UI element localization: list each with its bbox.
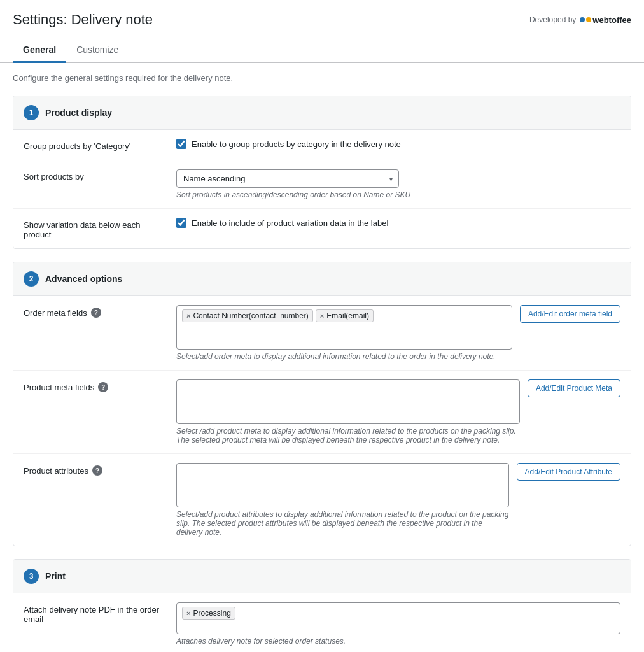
section-title-print: Print (45, 571, 66, 581)
label-attach-pdf: Attach delivery note PDF in the order em… (24, 602, 164, 624)
label-product-attributes: Product attributes ? (24, 463, 164, 476)
setting-order-meta-fields: Order meta fields ? × Contact Number(con… (13, 296, 631, 371)
control-order-meta-fields: × Contact Number(contact_number) × Email… (176, 305, 620, 361)
section-header-print: 3 Print (13, 560, 631, 593)
section-header-advanced-options: 2 Advanced options (13, 262, 631, 296)
webtoffee-logo: webtoffee (580, 15, 631, 25)
order-meta-tag-input[interactable]: × Contact Number(contact_number) × Email… (176, 305, 512, 350)
control-attach-pdf: × Processing Attaches delivery note for … (176, 602, 620, 646)
tag-remove-email[interactable]: × (320, 312, 324, 320)
developed-by-label: Developed by webtoffee (529, 15, 631, 25)
label-product-meta-fields: Product meta fields ? (24, 379, 164, 392)
logo-dot-blue (580, 17, 585, 22)
tag-label-contact-number: Contact Number(contact_number) (193, 311, 308, 320)
setting-group-products: Group products by 'Category' Enable to g… (13, 130, 631, 160)
tag-label-email: Email(email) (326, 311, 369, 320)
product-meta-hint: Select /add product meta to display addi… (176, 427, 520, 444)
section-header-product-display: 1 Product display (13, 96, 631, 130)
main-content: Configure the general settings required … (0, 63, 644, 652)
meta-field-section-attributes: Select/add product attributes to display… (176, 463, 620, 537)
setting-product-meta-fields: Product meta fields ? Select /add produc… (13, 371, 631, 454)
checkbox-label-show-variation: Enable to include of product variation d… (192, 218, 388, 228)
section-number-2: 2 (24, 271, 39, 287)
label-order-meta-fields: Order meta fields ? (24, 305, 164, 318)
label-group-products: Group products by 'Category' (24, 139, 164, 151)
label-show-variation: Show variation data below each product (24, 218, 164, 239)
help-icon-product-attributes[interactable]: ? (92, 465, 102, 476)
product-attributes-tag-input[interactable] (176, 463, 509, 507)
tag-email: × Email(email) (316, 309, 374, 322)
meta-field-section-product: Select /add product meta to display addi… (176, 379, 620, 444)
tab-general[interactable]: General (13, 39, 66, 63)
setting-show-variation: Show variation data below each product E… (13, 209, 631, 248)
tag-remove-contact-number[interactable]: × (186, 312, 190, 320)
product-meta-input-wrapper: Select /add product meta to display addi… (176, 379, 520, 444)
order-meta-input-wrapper: × Contact Number(contact_number) × Email… (176, 305, 512, 361)
meta-field-section-order: × Contact Number(contact_number) × Email… (176, 305, 620, 361)
product-meta-tag-input[interactable] (176, 379, 520, 424)
control-sort-products: Name ascending Name descending SKU ascen… (176, 169, 620, 199)
order-meta-hint: Select/add order meta to display additio… (176, 352, 512, 361)
attach-pdf-hint: Attaches delivery note for selected orde… (176, 637, 620, 646)
attach-pdf-tag-input[interactable]: × Processing (176, 602, 620, 634)
label-sort-products: Sort products by (24, 169, 164, 181)
help-icon-product-meta[interactable]: ? (98, 382, 108, 392)
logo-text: webtoffee (592, 15, 631, 25)
tag-processing: × Processing (182, 607, 235, 620)
tag-label-processing: Processing (193, 609, 230, 618)
control-show-variation: Enable to include of product variation d… (176, 218, 620, 228)
sort-products-select[interactable]: Name ascending Name descending SKU ascen… (176, 169, 399, 188)
control-product-attributes: Select/add product attributes to display… (176, 463, 620, 537)
setting-attach-pdf: Attach delivery note PDF in the order em… (13, 593, 631, 652)
developed-by-text: Developed by (529, 15, 576, 24)
page-title: Settings: Delivery note (13, 11, 153, 28)
tabs-bar: General Customize (0, 33, 644, 63)
section-number-3: 3 (24, 569, 39, 584)
control-product-meta-fields: Select /add product meta to display addi… (176, 379, 620, 444)
add-edit-order-meta-button[interactable]: Add/Edit order meta field (520, 305, 620, 323)
add-edit-product-attribute-button[interactable]: Add/Edit Product Attribute (517, 463, 620, 481)
tag-remove-processing[interactable]: × (186, 609, 190, 617)
section-advanced-options: 2 Advanced options Order meta fields ? × (13, 262, 631, 546)
tag-contact-number: × Contact Number(contact_number) (182, 309, 313, 322)
setting-sort-products: Sort products by Name ascending Name des… (13, 160, 631, 209)
page-header: Settings: Delivery note Developed by web… (0, 0, 644, 28)
checkbox-group-products[interactable] (176, 139, 186, 149)
setting-product-attributes: Product attributes ? Select/add product … (13, 454, 631, 546)
add-edit-product-meta-button[interactable]: Add/Edit Product Meta (528, 379, 620, 397)
checkbox-show-variation[interactable] (176, 218, 186, 228)
section-product-display: 1 Product display Group products by 'Cat… (13, 96, 631, 249)
section-print: 3 Print Attach delivery note PDF in the … (13, 559, 631, 652)
page-description: Configure the general settings required … (13, 73, 631, 83)
checkbox-row-show-variation: Enable to include of product variation d… (176, 218, 620, 228)
logo-dot-orange (586, 17, 591, 22)
page-wrapper: Settings: Delivery note Developed by web… (0, 0, 644, 652)
product-attributes-input-wrapper: Select/add product attributes to display… (176, 463, 509, 537)
sort-products-hint: Sort products in ascending/descending or… (176, 190, 620, 199)
control-group-products: Enable to group products by category in … (176, 139, 620, 149)
product-attributes-hint: Select/add product attributes to display… (176, 510, 509, 537)
sort-products-select-wrapper: Name ascending Name descending SKU ascen… (176, 169, 399, 188)
section-title-advanced-options: Advanced options (45, 274, 122, 284)
help-icon-order-meta[interactable]: ? (91, 308, 101, 318)
checkbox-label-group-products: Enable to group products by category in … (192, 139, 401, 149)
section-title-product-display: Product display (45, 108, 112, 118)
tab-customize[interactable]: Customize (66, 39, 129, 63)
checkbox-row-group-products: Enable to group products by category in … (176, 139, 620, 149)
section-number-1: 1 (24, 105, 39, 120)
